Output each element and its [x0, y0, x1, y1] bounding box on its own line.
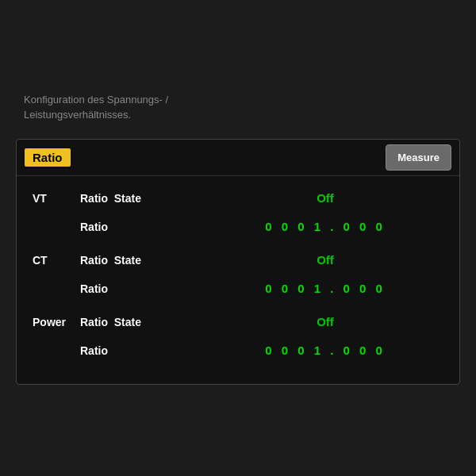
label-group: Ratio: [33, 221, 207, 233]
value-cell-ct-state: Off: [207, 253, 443, 267]
outer-container: Konfiguration des Spannungs- / Leistungs…: [0, 0, 476, 476]
value-cell-power-ratio: 0 0 0 1 . 0 0 0: [207, 344, 443, 357]
prefix-power: Power: [33, 316, 80, 328]
value-ct-state: Off: [317, 253, 334, 267]
label-ratio-power: Ratio: [80, 344, 108, 357]
table-row: Ratio 0 0 0 1 . 0 0 0: [33, 216, 443, 238]
description-line2: Leistungsverhältnisses.: [24, 107, 168, 123]
value-power-state: Off: [317, 315, 334, 328]
label-ratio-state-power: Ratio State: [80, 316, 141, 328]
table-row: Ratio 0 0 0 1 . 0 0 0: [33, 340, 443, 362]
value-ct-ratio: 0 0 0 1 . 0 0 0: [265, 282, 386, 295]
value-cell-vt-state: Off: [207, 191, 443, 205]
value-cell-power-state: Off: [207, 315, 443, 328]
table-row: CT Ratio State Off: [33, 249, 443, 271]
description-text: Konfiguration des Spannungs- / Leistungs…: [24, 92, 168, 123]
ratio-panel: Ratio Measure VT Ratio State Off Ratio: [16, 139, 460, 385]
value-vt-ratio: 0 0 0 1 . 0 0 0: [265, 220, 386, 233]
panel-header: Ratio Measure: [17, 140, 459, 176]
prefix-vt: VT: [33, 192, 80, 205]
label-group: Power Ratio State: [33, 316, 207, 328]
label-ratio-state-ct: Ratio State: [80, 254, 141, 267]
label-ratio-state-vt: Ratio State: [80, 192, 141, 205]
table-row: Ratio 0 0 0 1 . 0 0 0: [33, 278, 443, 300]
table-row: VT Ratio State Off: [33, 187, 443, 209]
description-line1: Konfiguration des Spannungs- /: [24, 92, 168, 108]
label-group: Ratio: [33, 282, 207, 295]
label-group: VT Ratio State: [33, 192, 207, 205]
panel-content: VT Ratio State Off Ratio 0 0 0 1 . 0 0 0: [17, 176, 459, 384]
label-ratio-vt: Ratio: [80, 221, 108, 233]
value-power-ratio: 0 0 0 1 . 0 0 0: [265, 344, 386, 357]
panel-title: Ratio: [25, 148, 71, 167]
measure-button[interactable]: Measure: [386, 144, 451, 171]
value-cell-ct-ratio: 0 0 0 1 . 0 0 0: [207, 282, 443, 295]
label-group: Ratio: [33, 344, 207, 357]
table-row: Power Ratio State Off: [33, 311, 443, 333]
prefix-ct: CT: [33, 254, 80, 267]
value-vt-state: Off: [317, 191, 334, 205]
value-cell-vt-ratio: 0 0 0 1 . 0 0 0: [207, 220, 443, 233]
label-ratio-ct: Ratio: [80, 282, 108, 295]
label-group: CT Ratio State: [33, 254, 207, 267]
